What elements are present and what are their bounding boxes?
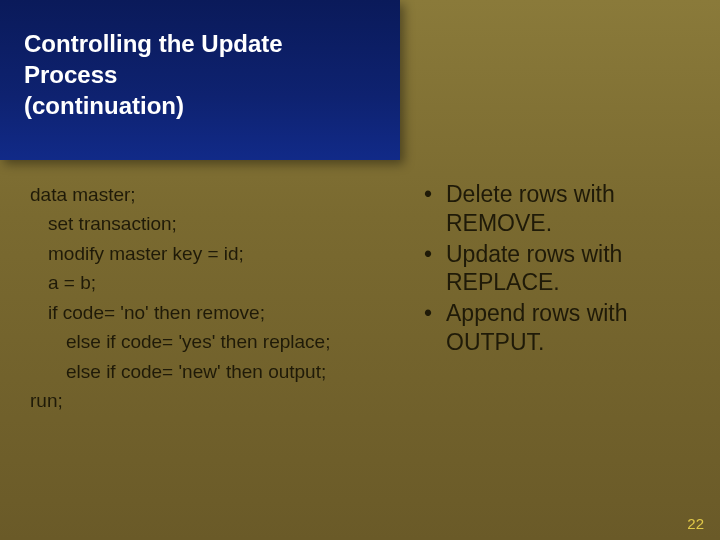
slide-title: Controlling the Update Process (continua… — [24, 28, 382, 122]
title-line-2: (continuation) — [24, 92, 184, 119]
bullet-item: • Update rows with REPLACE. — [424, 240, 700, 298]
code-line: else if code= 'yes' then replace; — [30, 327, 420, 356]
code-line: data master; — [30, 180, 420, 209]
code-line: else if code= 'new' then output; — [30, 357, 420, 386]
code-line: modify master key = id; — [30, 239, 420, 268]
bullet-text: Update rows with REPLACE. — [446, 240, 700, 298]
bullet-text: Delete rows with REMOVE. — [446, 180, 700, 238]
slide-body: data master; set transaction; modify mas… — [30, 180, 700, 416]
bullet-item: • Append rows with OUTPUT. — [424, 299, 700, 357]
bullet-list: • Delete rows with REMOVE. • Update rows… — [420, 180, 700, 416]
code-line: a = b; — [30, 268, 420, 297]
bullet-dot-icon: • — [424, 299, 446, 357]
title-line-1: Controlling the Update Process — [24, 30, 283, 88]
code-line: if code= 'no' then remove; — [30, 298, 420, 327]
bullet-item: • Delete rows with REMOVE. — [424, 180, 700, 238]
page-number: 22 — [687, 515, 704, 532]
bullet-text: Append rows with OUTPUT. — [446, 299, 700, 357]
bullet-dot-icon: • — [424, 240, 446, 298]
slide: Controlling the Update Process (continua… — [0, 0, 720, 540]
code-line: run; — [30, 386, 420, 415]
title-bar: Controlling the Update Process (continua… — [0, 0, 400, 160]
bullet-dot-icon: • — [424, 180, 446, 238]
code-block: data master; set transaction; modify mas… — [30, 180, 420, 416]
code-line: set transaction; — [30, 209, 420, 238]
